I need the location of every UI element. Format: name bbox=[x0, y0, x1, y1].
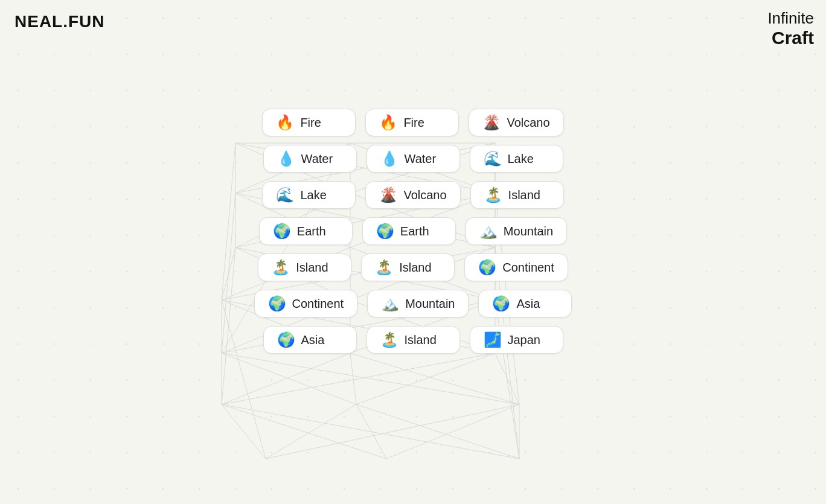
element-card-lake-2[interactable]: 🌊Lake bbox=[262, 181, 356, 209]
element-card-earth-1[interactable]: 🌍Earth bbox=[259, 217, 353, 245]
element-card-fire-1[interactable]: 🔥Fire bbox=[262, 109, 356, 136]
svg-line-47 bbox=[222, 404, 266, 459]
element-card-island-1[interactable]: 🏝️Island bbox=[470, 181, 564, 209]
element-grid: 🔥Fire🔥Fire🌋Volcano💧Water💧Water🌊Lake🌊Lake… bbox=[214, 109, 612, 362]
svg-line-50 bbox=[222, 404, 386, 459]
element-icon-volcano-2: 🌋 bbox=[379, 188, 397, 202]
craft-text: Craft bbox=[767, 28, 814, 49]
element-card-volcano-1[interactable]: 🌋Volcano bbox=[469, 109, 563, 136]
element-label-volcano-1: Volcano bbox=[507, 116, 549, 130]
element-icon-island-4: 🏝️ bbox=[380, 333, 399, 347]
element-label-island-4: Island bbox=[405, 333, 437, 347]
element-card-island-4[interactable]: 🏝️Island bbox=[367, 326, 460, 354]
element-card-fire-2[interactable]: 🔥Fire bbox=[365, 109, 459, 136]
element-label-island-3: Island bbox=[399, 261, 431, 275]
element-icon-continent-1: 🌍 bbox=[478, 260, 496, 275]
infinite-craft-logo: Infinite Craft bbox=[767, 10, 814, 48]
element-card-water-1[interactable]: 💧Water bbox=[263, 145, 357, 173]
element-label-water-1: Water bbox=[301, 152, 333, 166]
grid-row-3: 🌊Lake🌋Volcano🏝️Island bbox=[214, 181, 612, 209]
element-card-continent-2[interactable]: 🌍Continent bbox=[254, 290, 358, 317]
element-icon-water-2: 💧 bbox=[380, 152, 399, 166]
svg-line-52 bbox=[356, 404, 519, 459]
element-icon-continent-2: 🌍 bbox=[268, 296, 286, 311]
element-label-earth-1: Earth bbox=[297, 225, 326, 238]
svg-line-55 bbox=[266, 404, 519, 459]
grid-row-1: 🔥Fire🔥Fire🌋Volcano bbox=[214, 109, 612, 136]
element-label-fire-2: Fire bbox=[403, 116, 424, 130]
element-label-asia-2: Asia bbox=[301, 333, 325, 347]
element-label-earth-2: Earth bbox=[400, 225, 429, 238]
svg-line-54 bbox=[222, 404, 519, 459]
element-icon-island-2: 🏝️ bbox=[272, 260, 290, 275]
neal-fun-logo: NEAL.FUN bbox=[14, 12, 105, 31]
element-icon-mountain-1: 🏔️ bbox=[479, 224, 498, 238]
svg-line-53 bbox=[386, 404, 519, 459]
element-icon-fire-2: 🔥 bbox=[379, 115, 397, 130]
element-icon-earth-1: 🌍 bbox=[273, 224, 291, 238]
element-icon-asia-2: 🌍 bbox=[277, 333, 295, 347]
element-icon-island-3: 🏝️ bbox=[375, 260, 393, 275]
element-label-fire-1: Fire bbox=[300, 116, 321, 130]
infinite-text: Infinite bbox=[767, 10, 814, 28]
element-card-island-2[interactable]: 🏝️Island bbox=[258, 254, 351, 281]
grid-row-6: 🌍Continent🏔️Mountain🌍Asia bbox=[214, 290, 612, 317]
element-label-mountain-2: Mountain bbox=[405, 297, 455, 311]
element-card-continent-1[interactable]: 🌍Continent bbox=[464, 254, 568, 281]
element-card-earth-2[interactable]: 🌍Earth bbox=[362, 217, 456, 245]
element-label-lake-2: Lake bbox=[300, 188, 326, 202]
element-card-water-2[interactable]: 💧Water bbox=[367, 145, 460, 173]
element-icon-volcano-1: 🌋 bbox=[482, 115, 501, 130]
element-icon-mountain-2: 🏔️ bbox=[381, 296, 399, 311]
element-icon-japan-1: 🗾 bbox=[484, 333, 502, 347]
element-card-japan-1[interactable]: 🗾Japan bbox=[470, 326, 563, 354]
element-icon-water-1: 💧 bbox=[277, 152, 295, 166]
element-label-asia-1: Asia bbox=[516, 297, 540, 311]
element-label-japan-1: Japan bbox=[508, 333, 541, 347]
element-card-island-3[interactable]: 🏝️Island bbox=[361, 254, 455, 281]
element-card-mountain-2[interactable]: 🏔️Mountain bbox=[367, 290, 469, 317]
svg-line-48 bbox=[356, 404, 386, 459]
element-card-volcano-2[interactable]: 🌋Volcano bbox=[365, 181, 460, 209]
element-icon-asia-1: 🌍 bbox=[492, 296, 510, 311]
element-label-volcano-2: Volcano bbox=[403, 188, 446, 202]
element-icon-fire-1: 🔥 bbox=[276, 115, 294, 130]
element-icon-lake-1: 🌊 bbox=[484, 152, 502, 166]
element-label-lake-1: Lake bbox=[508, 152, 534, 166]
element-icon-lake-2: 🌊 bbox=[276, 188, 294, 202]
element-card-asia-1[interactable]: 🌍Asia bbox=[478, 290, 572, 317]
element-icon-earth-2: 🌍 bbox=[376, 224, 394, 238]
element-icon-island-1: 🏝️ bbox=[484, 188, 502, 202]
element-label-water-2: Water bbox=[405, 152, 437, 166]
element-card-mountain-1[interactable]: 🏔️Mountain bbox=[466, 217, 567, 245]
svg-line-51 bbox=[266, 404, 356, 459]
element-label-island-1: Island bbox=[508, 188, 540, 202]
element-label-continent-2: Continent bbox=[292, 297, 344, 311]
grid-row-7: 🌍Asia🏝️Island🗾Japan bbox=[214, 326, 612, 354]
grid-row-5: 🏝️Island🏝️Island🌍Continent bbox=[214, 254, 612, 281]
grid-row-4: 🌍Earth🌍Earth🏔️Mountain bbox=[214, 217, 612, 245]
element-label-mountain-1: Mountain bbox=[504, 225, 553, 238]
element-card-asia-2[interactable]: 🌍Asia bbox=[263, 326, 357, 354]
element-label-island-2: Island bbox=[296, 261, 328, 275]
element-card-lake-1[interactable]: 🌊Lake bbox=[470, 145, 563, 173]
element-label-continent-1: Continent bbox=[502, 261, 554, 275]
grid-row-2: 💧Water💧Water🌊Lake bbox=[214, 145, 612, 173]
